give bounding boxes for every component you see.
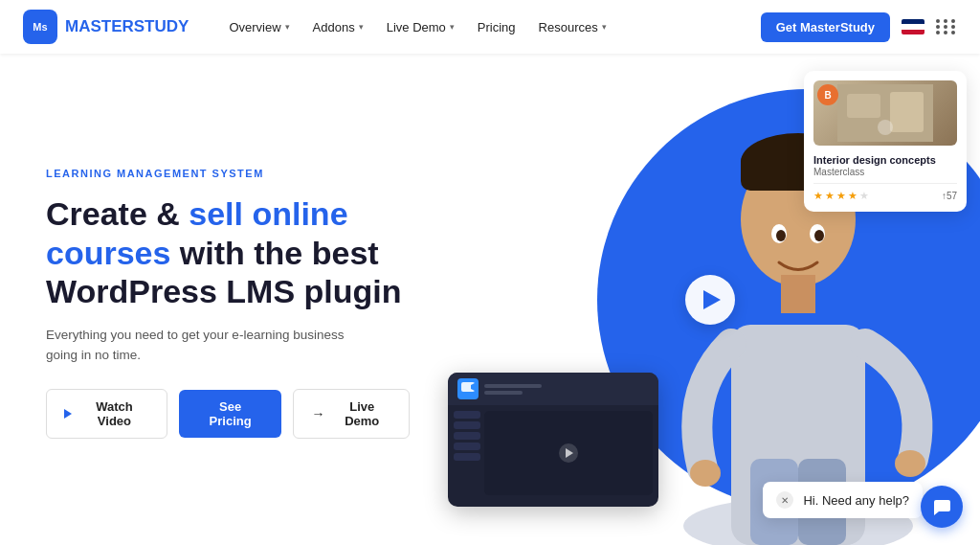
course-thumbnail	[837, 84, 933, 142]
live-demo-button[interactable]: → Live Demo	[293, 389, 410, 439]
nav-pricing[interactable]: Pricing	[468, 14, 525, 40]
watch-video-button[interactable]: Watch Video	[46, 389, 167, 439]
logo-icon: Ms	[23, 10, 57, 44]
svg-point-6	[690, 460, 721, 487]
grid-dot	[944, 25, 947, 29]
star-empty-icon: ★	[859, 190, 869, 202]
zoom-card	[448, 373, 658, 507]
chevron-down-icon: ▾	[285, 22, 290, 32]
svg-rect-5	[781, 275, 815, 313]
grid-dot	[951, 31, 955, 34]
lms-label: LEARNING MANAGEMENT SYSTEM	[46, 168, 410, 179]
logo[interactable]: Ms MASTERSTUDY	[23, 10, 189, 44]
nav-right: Get MasterStudy	[761, 12, 957, 42]
arrow-right-icon: →	[311, 406, 324, 421]
svg-point-11	[814, 230, 824, 241]
zoom-play-icon	[559, 443, 578, 463]
chat-close-button[interactable]: ✕	[776, 491, 793, 509]
hero-title-part1: Create &	[46, 195, 189, 232]
see-pricing-button[interactable]: See Pricing	[179, 390, 281, 438]
course-card-title: Interior design concepts	[813, 153, 957, 167]
nav-addons[interactable]: Addons ▾	[303, 14, 373, 40]
grid-dot	[944, 19, 947, 23]
star-icon: ★	[813, 190, 823, 202]
language-flag-icon[interactable]	[902, 19, 924, 34]
zoom-video-area	[484, 411, 653, 495]
logo-text: MASTERSTUDY	[65, 17, 189, 36]
zoom-body	[448, 405, 658, 501]
grid-dot	[936, 19, 940, 23]
grid-dot	[951, 19, 955, 23]
course-stars: ★ ★ ★ ★ ★	[813, 190, 869, 202]
hero-buttons: Watch Video See Pricing → Live Demo	[46, 389, 410, 439]
chevron-down-icon: ▾	[602, 22, 607, 32]
apps-grid-icon[interactable]	[936, 19, 957, 34]
star-icon: ★	[848, 190, 858, 202]
hero-title: Create & sell onlinecourses with the bes…	[46, 194, 410, 309]
chevron-down-icon: ▾	[450, 22, 455, 32]
course-card-image: B	[813, 80, 957, 146]
zoom-sidebar	[454, 411, 653, 495]
nav-livedemo[interactable]: Live Demo ▾	[377, 14, 464, 40]
play-icon	[64, 409, 72, 419]
chat-icon	[931, 496, 952, 517]
svg-rect-16	[890, 92, 924, 132]
course-card-subtitle: Masterclass	[813, 167, 957, 177]
svg-rect-15	[847, 94, 880, 118]
chat-bubble-button[interactable]	[921, 486, 963, 528]
zoom-topbar	[448, 373, 658, 405]
play-video-button[interactable]	[685, 275, 735, 325]
hero-section: LEARNING MANAGEMENT SYSTEM Create & sell…	[0, 54, 980, 545]
grid-dot	[936, 25, 940, 29]
svg-point-17	[878, 120, 893, 135]
course-card-footer: ★ ★ ★ ★ ★ ↑57	[813, 190, 957, 202]
star-icon: ★	[836, 190, 846, 202]
chat-popup: ✕ Hi. Need any help?	[763, 482, 923, 518]
grid-dot	[944, 31, 947, 34]
nav-resources[interactable]: Resources ▾	[529, 14, 616, 40]
chevron-down-icon: ▾	[359, 22, 364, 32]
zoom-title-lines	[484, 384, 542, 395]
course-card-divider	[813, 183, 957, 184]
students-count: ↑57	[942, 191, 957, 201]
hero-left: LEARNING MANAGEMENT SYSTEM Create & sell…	[0, 54, 440, 545]
play-icon	[703, 290, 721, 309]
nav-links: Overview ▾ Addons ▾ Live Demo ▾ Pricing …	[219, 14, 760, 40]
star-icon: ★	[825, 190, 835, 202]
nav-overview[interactable]: Overview ▾	[219, 14, 299, 40]
navbar: Ms MASTERSTUDY Overview ▾ Addons ▾ Live …	[0, 0, 980, 54]
chat-message: Hi. Need any help?	[803, 493, 909, 508]
blender-badge: B	[817, 84, 838, 105]
course-card: B Interior design concepts Masterclass ★…	[804, 71, 967, 212]
svg-point-7	[895, 450, 925, 477]
svg-point-10	[776, 230, 786, 241]
get-masterstudy-button[interactable]: Get MasterStudy	[761, 12, 890, 42]
zoom-logo-icon	[457, 378, 479, 399]
grid-dot	[951, 25, 955, 29]
hero-subtitle: Everything you need to get your e-learni…	[46, 326, 371, 366]
grid-dot	[936, 31, 940, 34]
hero-right: B Interior design concepts Masterclass ★…	[440, 54, 980, 545]
